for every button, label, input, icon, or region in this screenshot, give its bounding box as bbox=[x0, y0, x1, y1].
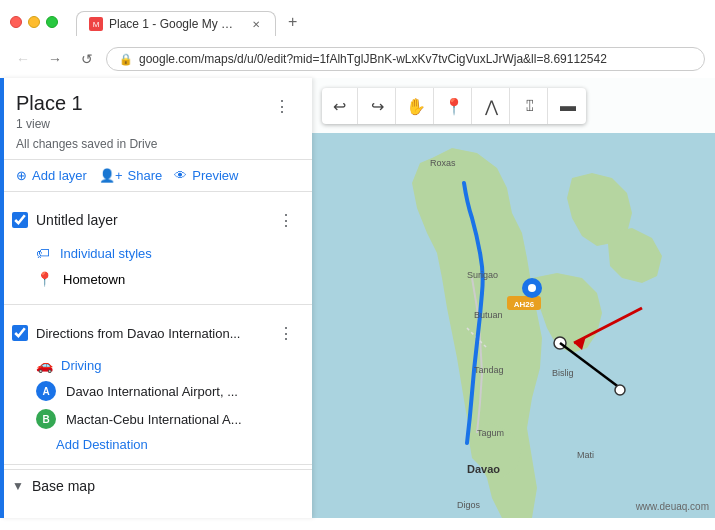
svg-text:Davao: Davao bbox=[467, 463, 500, 475]
filter-button[interactable]: ⑄ bbox=[512, 88, 548, 124]
share-icon: 👤+ bbox=[99, 168, 123, 183]
svg-text:Tagum: Tagum bbox=[477, 428, 504, 438]
layer1-header: Untitled layer ⋮ bbox=[12, 206, 300, 234]
add-destination-label: Add Destination bbox=[56, 437, 148, 452]
tab-bar: M Place 1 - Google My Maps ✕ + bbox=[66, 8, 317, 36]
tab-close-icon[interactable]: ✕ bbox=[249, 17, 263, 31]
layer1-section: Untitled layer ⋮ 🏷 Individual styles 📍 H… bbox=[0, 192, 312, 300]
svg-text:AH26: AH26 bbox=[514, 300, 535, 309]
map-area: ↩ ↪ ✋ 📍 ⋀ ⑄ ▬ AH2 bbox=[312, 78, 715, 518]
point-a-label: Davao International Airport, ... bbox=[66, 384, 238, 399]
tab-favicon: M bbox=[89, 17, 103, 31]
add-destination-button[interactable]: Add Destination bbox=[0, 433, 312, 456]
traffic-lights bbox=[10, 16, 58, 28]
map-info: Place 1 1 view bbox=[16, 92, 83, 131]
add-layer-button[interactable]: ⊕ Add layer bbox=[16, 168, 87, 183]
svg-text:Digos: Digos bbox=[457, 500, 481, 510]
sidebar-toolbar: ⊕ Add layer 👤+ Share 👁 Preview bbox=[0, 160, 312, 192]
map-views: 1 view bbox=[16, 117, 83, 131]
individual-styles-item[interactable]: 🏷 Individual styles bbox=[0, 240, 312, 266]
svg-text:Tandag: Tandag bbox=[474, 365, 504, 375]
individual-styles-label: Individual styles bbox=[60, 246, 152, 261]
active-tab[interactable]: M Place 1 - Google My Maps ✕ bbox=[76, 11, 276, 36]
tab-label: Place 1 - Google My Maps bbox=[109, 17, 243, 31]
directions-checkbox[interactable] bbox=[12, 325, 28, 341]
map-svg: AH26 Surigao Butuan Tandag Bislig Tagum … bbox=[312, 78, 715, 518]
directions-more-button[interactable]: ⋮ bbox=[272, 319, 300, 347]
svg-text:Surigao: Surigao bbox=[467, 270, 498, 280]
preview-label: Preview bbox=[192, 168, 238, 183]
chevron-icon: ▼ bbox=[12, 479, 24, 493]
redo-button[interactable]: ↪ bbox=[360, 88, 396, 124]
address-bar-row: ← → ↺ 🔒 google.com/maps/d/u/0/edit?mid=1… bbox=[0, 42, 715, 78]
address-bar[interactable]: 🔒 google.com/maps/d/u/0/edit?mid=1fAlhTg… bbox=[106, 47, 705, 71]
reload-button[interactable]: ↺ bbox=[74, 46, 100, 72]
undo-button[interactable]: ↩ bbox=[322, 88, 358, 124]
layer1-more-button[interactable]: ⋮ bbox=[272, 206, 300, 234]
base-map-section[interactable]: ▼ Base map bbox=[0, 469, 312, 502]
driving-row: 🚗 Driving bbox=[0, 353, 312, 377]
marker-button[interactable]: 📍 bbox=[436, 88, 472, 124]
svg-text:Butuan: Butuan bbox=[474, 310, 503, 320]
svg-point-4 bbox=[528, 284, 536, 292]
minimize-button[interactable] bbox=[28, 16, 40, 28]
base-map-label: Base map bbox=[32, 478, 95, 494]
preview-button[interactable]: 👁 Preview bbox=[174, 168, 238, 183]
map-saved-status: All changes saved in Drive bbox=[16, 137, 296, 151]
ruler-button[interactable]: ▬ bbox=[550, 88, 586, 124]
hometown-label: Hometown bbox=[63, 272, 125, 287]
svg-point-7 bbox=[615, 385, 625, 395]
sidebar: Place 1 1 view ⋮ All changes saved in Dr… bbox=[0, 78, 312, 518]
main-content: Place 1 1 view ⋮ All changes saved in Dr… bbox=[0, 78, 715, 518]
layer1-title: Untitled layer bbox=[36, 212, 264, 228]
sidebar-header: Place 1 1 view ⋮ All changes saved in Dr… bbox=[0, 78, 312, 160]
add-layer-icon: ⊕ bbox=[16, 168, 27, 183]
base-map-header: ▼ Base map bbox=[12, 478, 300, 494]
map-toolbar: ↩ ↪ ✋ 📍 ⋀ ⑄ ▬ bbox=[322, 88, 586, 124]
map-title: Place 1 bbox=[16, 92, 83, 115]
address-text: google.com/maps/d/u/0/edit?mid=1fAlhTglJ… bbox=[139, 52, 607, 66]
back-button[interactable]: ← bbox=[10, 46, 36, 72]
directions-header: Directions from Davao Internation... ⋮ bbox=[0, 313, 312, 353]
svg-text:Mati: Mati bbox=[577, 450, 594, 460]
directions-layer: Directions from Davao Internation... ⋮ 🚗… bbox=[0, 309, 312, 460]
add-layer-label: Add layer bbox=[32, 168, 87, 183]
driving-label: Driving bbox=[61, 358, 101, 373]
point-a-row[interactable]: A Davao International Airport, ... bbox=[0, 377, 312, 405]
point-a-icon: A bbox=[36, 381, 56, 401]
title-bar: M Place 1 - Google My Maps ✕ + bbox=[0, 0, 715, 42]
styles-icon: 🏷 bbox=[36, 245, 50, 261]
point-b-label: Mactan-Cebu International A... bbox=[66, 412, 242, 427]
share-button[interactable]: 👤+ Share bbox=[99, 168, 162, 183]
hometown-marker-icon: 📍 bbox=[36, 271, 53, 287]
directions-title: Directions from Davao Internation... bbox=[36, 326, 264, 341]
preview-icon: 👁 bbox=[174, 168, 187, 183]
svg-text:Bislig: Bislig bbox=[552, 368, 574, 378]
maximize-button[interactable] bbox=[46, 16, 58, 28]
layer1-checkbox[interactable] bbox=[12, 212, 28, 228]
pan-button[interactable]: ✋ bbox=[398, 88, 434, 124]
share-label: Share bbox=[128, 168, 163, 183]
new-tab-button[interactable]: + bbox=[278, 8, 307, 36]
point-b-row[interactable]: B Mactan-Cebu International A... bbox=[0, 405, 312, 433]
divider2 bbox=[0, 464, 312, 465]
watermark: www.deuaq.com bbox=[636, 501, 709, 512]
map-title-row: Place 1 1 view ⋮ bbox=[16, 92, 296, 131]
divider1 bbox=[0, 304, 312, 305]
map-more-button[interactable]: ⋮ bbox=[268, 92, 296, 120]
lock-icon: 🔒 bbox=[119, 53, 133, 66]
hometown-item[interactable]: 📍 Hometown bbox=[0, 266, 312, 292]
blue-accent-bar bbox=[0, 78, 4, 518]
driving-car-icon: 🚗 bbox=[36, 357, 53, 373]
close-button[interactable] bbox=[10, 16, 22, 28]
browser-chrome: M Place 1 - Google My Maps ✕ + ← → ↺ 🔒 g… bbox=[0, 0, 715, 78]
layer1-item: Untitled layer ⋮ bbox=[0, 200, 312, 240]
svg-text:Roxas: Roxas bbox=[430, 158, 456, 168]
forward-button[interactable]: → bbox=[42, 46, 68, 72]
point-b-icon: B bbox=[36, 409, 56, 429]
line-button[interactable]: ⋀ bbox=[474, 88, 510, 124]
